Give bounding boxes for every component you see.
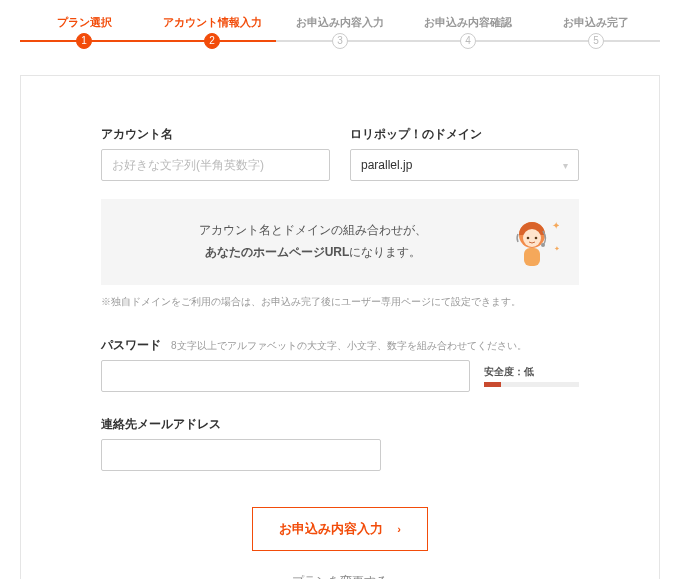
- step-label: お申込み内容確認: [424, 16, 512, 28]
- submit-label: お申込み内容入力: [279, 520, 383, 538]
- step-5: お申込み完了 5: [532, 15, 660, 50]
- domain-note: ※独自ドメインをご利用の場合は、お申込み完了後にユーザー専用ページにて設定できま…: [101, 295, 579, 309]
- step-label: アカウント情報入力: [163, 16, 262, 28]
- svg-text:✦: ✦: [552, 220, 559, 231]
- step-label: プラン選択: [57, 16, 112, 28]
- domain-value: parallel.jp: [361, 158, 412, 172]
- info-line2: あなたのホームページURLになります。: [121, 242, 505, 264]
- svg-point-3: [535, 237, 538, 240]
- domain-select[interactable]: parallel.jp ▾: [350, 149, 579, 181]
- chevron-right-icon: ›: [397, 523, 401, 535]
- chevron-down-icon: ▾: [563, 160, 568, 171]
- step-3: お申込み内容入力 3: [276, 15, 404, 50]
- info-banner: アカウント名とドメインの組み合わせが、 あなたのホームページURLになります。 …: [101, 199, 579, 285]
- svg-point-1: [523, 229, 541, 247]
- password-label: パスワード: [101, 337, 161, 354]
- change-plan-link[interactable]: プランを変更する: [101, 573, 579, 579]
- password-hint: 8文字以上でアルファベットの大文字、小文字、数字を組み合わせてください。: [171, 339, 527, 353]
- svg-point-2: [527, 237, 530, 240]
- info-line1: アカウント名とドメインの組み合わせが、: [121, 220, 505, 242]
- step-4: お申込み内容確認 4: [404, 15, 532, 50]
- strength-label: 安全度：低: [484, 365, 579, 379]
- strength-bar: [484, 382, 579, 387]
- domain-label: ロリポップ！のドメイン: [350, 126, 579, 143]
- step-2: アカウント情報入力 2: [148, 15, 276, 50]
- svg-text:✦: ✦: [554, 245, 559, 252]
- email-label: 連絡先メールアドレス: [101, 416, 579, 433]
- step-label: お申込み内容入力: [296, 16, 384, 28]
- password-input[interactable]: [101, 360, 470, 392]
- progress-stepper: プラン選択 1 アカウント情報入力 2 お申込み内容入力 3 お申込み内容確認 …: [0, 0, 680, 50]
- support-avatar-icon: ✦ ✦: [505, 215, 559, 269]
- password-strength: 安全度：低: [484, 365, 579, 387]
- submit-button[interactable]: お申込み内容入力 ›: [252, 507, 428, 551]
- step-1: プラン選択 1: [20, 15, 148, 50]
- email-input[interactable]: [101, 439, 381, 471]
- step-label: お申込み完了: [563, 16, 629, 28]
- account-input[interactable]: [101, 149, 330, 181]
- svg-rect-4: [524, 248, 540, 266]
- account-label: アカウント名: [101, 126, 330, 143]
- form-card: アカウント名 ロリポップ！のドメイン parallel.jp ▾ アカウント名と…: [20, 75, 660, 579]
